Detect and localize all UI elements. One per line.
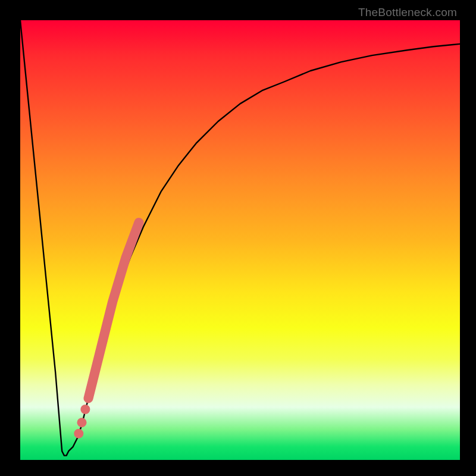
plot-area — [20, 20, 460, 460]
watermark-text: TheBottleneck.com — [358, 6, 457, 19]
emphasis-dot — [80, 405, 90, 414]
emphasis-band — [89, 223, 139, 399]
emphasis-dot — [77, 418, 87, 427]
emphasis-dot — [74, 429, 83, 439]
emphasis-dots — [74, 405, 90, 439]
chart-frame: TheBottleneck.com — [0, 0, 476, 476]
chart-overlay — [20, 20, 460, 460]
